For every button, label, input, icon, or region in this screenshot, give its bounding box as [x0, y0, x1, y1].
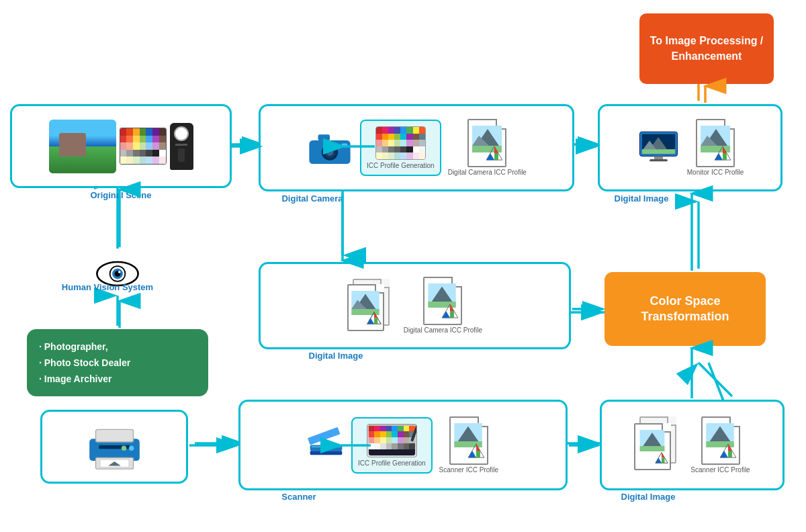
digital-image-bottom-label: Digital Image	[608, 492, 688, 502]
svg-marker-62	[367, 318, 374, 324]
svg-marker-88	[468, 451, 476, 457]
color-space-transformation-text: Color Space Transformation	[607, 294, 764, 325]
monitor-icon	[637, 128, 680, 168]
digital-camera-box: ICC Profile Generation	[259, 104, 574, 191]
svg-rect-91	[640, 446, 665, 451]
svg-rect-39	[642, 149, 675, 154]
digital-camera-icc-label: Digital Camera ICC Profile	[448, 169, 527, 177]
printer-icon	[86, 423, 143, 470]
svg-rect-78	[310, 445, 343, 451]
svg-marker-34	[486, 153, 494, 160]
svg-point-54	[118, 271, 121, 273]
svg-point-77	[121, 446, 126, 451]
svg-rect-26	[342, 143, 348, 147]
svg-marker-48	[723, 153, 727, 160]
digital-camera-icc-mid-label: Digital Camera ICC Profile	[404, 326, 482, 335]
digital-image-top-label: Digital Image	[601, 193, 682, 204]
svg-marker-102	[720, 451, 728, 457]
camera-icon	[306, 128, 353, 168]
svg-point-24	[326, 148, 334, 156]
digital-image-mid-label: Digital Image	[296, 351, 376, 361]
scanner-large-box: ICC Profile Generation	[238, 400, 568, 490]
diagram-container: { "title": "Color Space Transformation W…	[0, 0, 806, 532]
svg-marker-61	[374, 318, 377, 324]
human-vision-label: Human Vision System	[40, 282, 175, 292]
color-space-transformation-box: Color Space Transformation	[604, 272, 766, 346]
digital-camera-label: Digital Camera	[272, 193, 353, 204]
svg-marker-101	[728, 451, 732, 457]
svg-rect-81	[312, 446, 341, 447]
digital-image-top-box: Monitor ICC Profile	[598, 104, 782, 191]
svg-rect-71	[95, 429, 133, 442]
svg-rect-40	[654, 157, 663, 159]
monitor-icc-label: Monitor ICC Profile	[687, 169, 744, 177]
svg-rect-41	[650, 159, 668, 161]
svg-marker-49	[715, 153, 723, 160]
svg-marker-94	[662, 458, 665, 463]
to-image-processing-box: To Image Processing / Enhancement	[639, 13, 774, 84]
svg-marker-95	[656, 458, 662, 463]
original-scene-label: Original Scene	[54, 190, 188, 200]
to-image-processing-text: To Image Processing / Enhancement	[641, 34, 772, 64]
photographer-text: · Photographer,· Photo Stock Dealer· Ima…	[39, 339, 130, 387]
digital-image-mid-box: Digital Camera ICC Profile	[259, 262, 571, 349]
svg-marker-68	[450, 311, 454, 318]
svg-rect-25	[318, 134, 330, 140]
printer-box	[40, 410, 188, 484]
icc-gen-camera-label: ICC Profile Generation	[367, 162, 435, 169]
scanner-icon	[308, 427, 345, 463]
scanner-icc-bottom-label: Scanner ICC Profile	[690, 466, 750, 474]
svg-line-17	[699, 363, 732, 396]
photographer-box: · Photographer,· Photo Stock Dealer· Ima…	[27, 329, 208, 396]
icc-gen-scanner-label: ICC Profile Generation	[358, 459, 426, 467]
original-scene-box	[10, 104, 232, 188]
digital-image-bottom-box: Scanner ICC Profile	[600, 400, 785, 490]
svg-marker-33	[494, 153, 498, 160]
svg-marker-69	[443, 311, 451, 318]
svg-rect-79	[310, 451, 343, 455]
svg-marker-87	[476, 451, 480, 457]
scanner-icc-label: Scanner ICC Profile	[439, 466, 498, 474]
svg-point-76	[128, 446, 133, 451]
scanner-label: Scanner	[265, 492, 332, 502]
svg-rect-80	[308, 427, 340, 445]
